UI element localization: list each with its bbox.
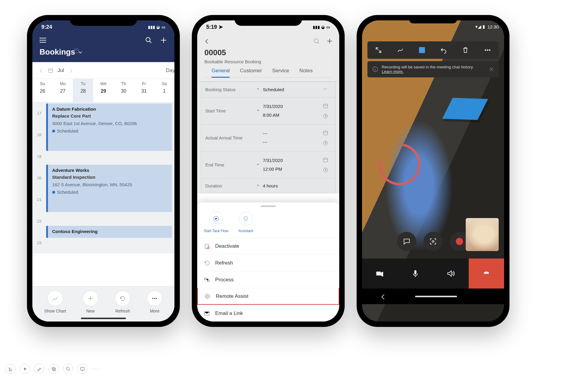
command-bar: Show Chart New Refresh More <box>32 286 174 322</box>
trash-icon[interactable] <box>462 46 469 54</box>
hour-gutter: 17 18 19 20 21 22 23 <box>32 102 46 253</box>
svg-point-22 <box>489 50 490 51</box>
more-button[interactable]: More <box>147 291 162 313</box>
video-icon <box>376 269 384 278</box>
sheet-item-refresh[interactable]: Refresh <box>197 254 339 271</box>
close-icon[interactable] <box>489 66 494 72</box>
calendar-body: 17 18 19 20 21 22 23 A Datum Fabrication… <box>32 102 174 253</box>
next-icon[interactable] <box>68 68 74 73</box>
refresh-icon <box>204 260 210 266</box>
month-label: Jul <box>58 67 64 73</box>
ink-icon[interactable] <box>397 46 404 54</box>
clock-icon <box>323 113 328 119</box>
booking-event[interactable]: A Datum Fabrication Replace Core Part 30… <box>46 103 172 151</box>
view-mode[interactable]: Day <box>166 67 174 73</box>
week-strip[interactable]: Su26 Mo27 Tu28 We29 Th30 Fr31 Sa1 <box>32 79 174 102</box>
svg-point-20 <box>485 50 486 51</box>
doc-viewer-controls: · · · <box>5 364 98 374</box>
end-call-button[interactable] <box>469 259 504 289</box>
svg-point-6 <box>314 39 318 43</box>
deactivate-icon <box>204 243 210 249</box>
color-swatch[interactable] <box>419 47 425 53</box>
video-toggle[interactable] <box>362 259 398 289</box>
prev-icon[interactable] <box>38 68 44 73</box>
sheet-item-deactivate[interactable]: Deactivate <box>197 238 339 254</box>
undo-icon[interactable] <box>440 46 447 54</box>
back-icon[interactable] <box>204 38 210 44</box>
start-task-flow-button[interactable]: Start Task Flow <box>204 212 228 233</box>
svg-rect-27 <box>53 368 55 371</box>
menu-icon[interactable] <box>40 38 46 43</box>
speaker-icon <box>447 269 455 278</box>
calendar-icon <box>323 103 328 109</box>
sheet-item-process[interactable]: Process <box>197 271 339 288</box>
layers-icon[interactable] <box>49 364 59 374</box>
learn-more-link[interactable]: Learn more. <box>382 69 404 74</box>
calendar-icon <box>323 130 328 136</box>
mic-toggle[interactable] <box>398 259 433 289</box>
new-button[interactable]: New <box>83 291 98 313</box>
assistant-button[interactable]: Assistant <box>239 212 253 233</box>
taskflow-icon <box>213 216 219 222</box>
calendar-icon <box>323 157 328 163</box>
minimize-icon[interactable] <box>375 46 382 54</box>
booking-form: Booking Status * Scheduled Start Time * … <box>197 82 339 193</box>
phone-bookings: 9:24 ▮▮▮ ◒ ▭ Bookings Jul <box>27 15 180 327</box>
pointer-icon[interactable] <box>5 364 16 374</box>
svg-point-0 <box>146 37 150 42</box>
tab-general[interactable]: General <box>212 68 230 78</box>
add-icon[interactable] <box>327 38 333 44</box>
search-icon[interactable] <box>145 37 152 44</box>
zoom-icon[interactable] <box>63 364 73 374</box>
refresh-icon <box>119 295 126 302</box>
svg-rect-25 <box>414 270 416 274</box>
play-icon[interactable] <box>20 364 30 374</box>
show-chart-button[interactable]: Show Chart <box>44 291 66 313</box>
booking-event[interactable]: Contoso Engineering <box>46 226 172 238</box>
booking-event[interactable]: Adventure Works Standard Inspection 162 … <box>46 165 172 212</box>
mail-icon <box>204 310 210 316</box>
sheet-item-email-link[interactable]: Email a Link <box>197 305 339 322</box>
self-view[interactable] <box>466 218 499 251</box>
clock-icon <box>323 140 328 146</box>
field-end-time[interactable]: End Time * 7/31/202012:00 PM <box>201 151 336 178</box>
more-icon[interactable]: · · · <box>92 364 98 374</box>
screen-icon[interactable] <box>77 364 88 374</box>
svg-rect-2 <box>74 49 79 53</box>
status-icons: ▮▮▮ ◒ ▭ <box>148 25 165 29</box>
sheet-item-remote-assist[interactable]: Remote Assist <box>197 288 339 305</box>
field-arrival-time[interactable]: Actual Arrival Time ------ <box>201 124 336 151</box>
tab-service[interactable]: Service <box>272 68 289 77</box>
remote-assist-icon <box>204 293 210 299</box>
calendar-subbar: Jul Day <box>32 62 174 79</box>
tab-customer[interactable]: Customer <box>240 68 262 77</box>
status-dot-icon <box>52 130 55 133</box>
sheet-handle[interactable] <box>261 205 276 207</box>
phone-icon <box>482 269 491 278</box>
field-duration[interactable]: Duration * 4 hours <box>201 178 336 193</box>
refresh-button[interactable]: Refresh <box>115 291 130 313</box>
svg-point-4 <box>154 298 155 299</box>
home-pill[interactable] <box>415 296 457 297</box>
chat-button[interactable] <box>397 232 416 251</box>
pen-icon[interactable] <box>34 364 44 374</box>
more-icon <box>151 295 158 302</box>
record-header: 00005 Bookable Resource Booking General … <box>197 47 339 82</box>
svg-point-5 <box>156 298 157 299</box>
svg-point-21 <box>487 50 488 51</box>
tab-notes[interactable]: Notes <box>299 68 313 77</box>
speaker-toggle[interactable] <box>433 259 469 289</box>
home-indicator <box>81 318 126 319</box>
svg-rect-16 <box>204 278 206 280</box>
back-icon[interactable] <box>380 293 386 299</box>
field-booking-status[interactable]: Booking Status * Scheduled <box>201 82 336 97</box>
more-icon[interactable] <box>484 46 491 54</box>
android-statusbar: ▾◢ ▮12:30 <box>475 24 499 29</box>
bulb-icon <box>243 216 249 222</box>
field-start-time[interactable]: Start Time * 7/31/20208:00 AM <box>201 97 336 124</box>
chat-icon <box>403 238 411 245</box>
capture-button[interactable] <box>423 232 443 251</box>
calendar-icon[interactable] <box>48 68 53 73</box>
search-icon[interactable] <box>313 38 319 44</box>
add-icon[interactable] <box>160 37 167 44</box>
